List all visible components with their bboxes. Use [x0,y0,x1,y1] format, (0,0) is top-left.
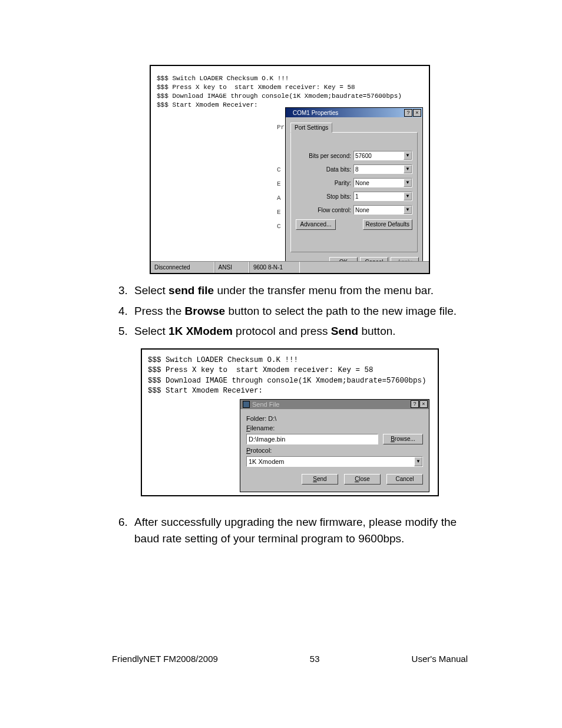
help-button[interactable]: ? [411,400,419,408]
page-footer: FriendlyNET FM2008/2009 53 User's Manual [112,654,468,664]
bps-combo[interactable]: 57600 ▼ [353,151,412,160]
close-button[interactable]: × [419,400,428,408]
chevron-down-icon[interactable]: ▼ [404,151,412,160]
databits-value: 8 [355,166,359,173]
stopbits-value: 1 [355,193,359,200]
stopbits-combo[interactable]: 1 ▼ [353,192,412,201]
help-button[interactable]: ? [404,109,412,117]
dialog-title: Send File [252,401,410,408]
dialog-titlebar[interactable]: COM1 Properties ? × [286,108,422,117]
instruction-list: Select send file under the transfer menu… [112,282,468,340]
close-button[interactable]: × [413,109,421,117]
folder-label: Folder: D:\ [246,415,276,422]
chevron-down-icon[interactable]: ▼ [414,457,422,466]
app-icon [243,401,250,408]
flow-label: Flow control: [318,207,351,213]
dialog-title: COM1 Properties [293,110,404,116]
com1-properties-dialog: COM1 Properties ? × Port Settings Bits p… [285,107,423,271]
bps-value: 57600 [355,153,372,159]
status-emulation: ANSI [214,262,249,273]
send-file-dialog: Send File ? × Folder: D:\ Filename: D:\I… [240,399,429,492]
chevron-down-icon[interactable]: ▼ [404,192,412,200]
protocol-combo[interactable]: 1K Xmodem ▼ [246,456,423,467]
footer-page-number: 53 [310,654,320,664]
flow-combo[interactable]: None ▼ [353,205,412,215]
databits-label: Data bits: [326,166,351,173]
status-portconfig: 9600 8-N-1 [249,262,300,273]
step-3: Select send file under the transfer menu… [131,282,468,299]
advanced-button[interactable]: Advanced... [296,219,336,230]
databits-combo[interactable]: 8 ▼ [353,164,412,174]
chevron-down-icon[interactable]: ▼ [404,165,412,173]
screenshot-send-file: $$$ Switch LOADER Checksum O.K !!! $$$ P… [141,348,439,496]
browse-button[interactable]: Browse... [383,434,423,444]
protocol-value: 1K Xmodem [249,458,285,465]
close-dialog-button[interactable]: Close [344,474,381,485]
dialog-titlebar[interactable]: Send File ? × [240,400,429,409]
parity-combo[interactable]: None ▼ [353,178,412,187]
bps-label: Bits per second: [309,153,351,159]
filename-input[interactable]: D:\Image.bin [246,434,378,444]
status-bar: Disconnected ANSI 9600 8-N-1 [151,261,429,273]
step-5: Select 1K XModem protocol and press Send… [131,323,468,340]
restore-defaults-button[interactable]: Restore Defaults [363,219,412,230]
send-button[interactable]: Send [302,474,338,485]
terminal-output: $$$ Switch LOADER Checksum O.K !!! $$$ P… [157,74,423,109]
footer-right: User's Manual [412,654,468,664]
chevron-down-icon[interactable]: ▼ [404,179,412,187]
partial-text: Pr CEAECF [277,120,285,274]
step-6: After successfully upgrading the new fir… [131,514,468,548]
terminal-output: $$$ Switch LOADER Checksum O.K !!! $$$ P… [148,355,432,397]
parity-label: Parity: [335,180,351,186]
chevron-down-icon[interactable]: ▼ [404,206,412,214]
cancel-button[interactable]: Cancel [386,474,423,485]
parity-value: None [355,180,369,186]
protocol-label: Protocol: [246,447,272,454]
filename-label: Filename: [246,424,275,431]
stopbits-label: Stop bits: [326,193,351,200]
tab-port-settings[interactable]: Port Settings [290,123,332,133]
screenshot-com1-properties: $$$ Switch LOADER Checksum O.K !!! $$$ P… [150,65,430,274]
status-connection: Disconnected [154,262,214,273]
instruction-list-2: After successfully upgrading the new fir… [112,514,468,548]
tab-panel: Bits per second: 57600 ▼ Data bits: 8 ▼ [290,132,418,252]
footer-left: FriendlyNET FM2008/2009 [112,654,218,664]
step-4: Press the Browse button to select the pa… [131,303,468,320]
flow-value: None [355,207,369,213]
